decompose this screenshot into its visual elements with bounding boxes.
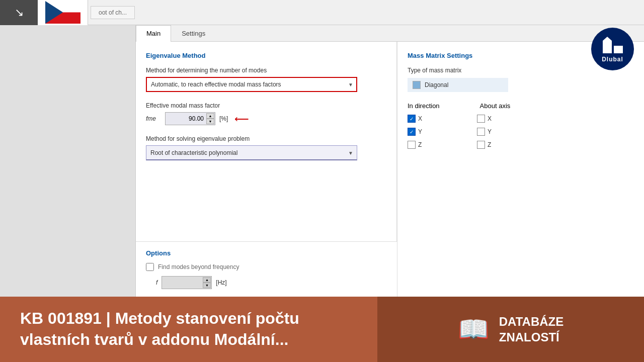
method-dropdown[interactable]: Automatic, to reach effective modal mass… (146, 77, 357, 92)
axis-row-z: Z Z (408, 141, 634, 149)
fme-label: fme (146, 115, 161, 122)
svg-rect-4 (614, 46, 623, 53)
in-direction-y: ✓ Y (408, 128, 473, 136)
axis-row-y: ✓ Y Y (408, 128, 634, 136)
modal-mass-label: Effective modal mass factor (146, 102, 386, 109)
flag-container (38, 0, 88, 25)
f-row: f ▲ ▼ [Hz] (156, 276, 387, 289)
about-axis-z: Z (477, 141, 527, 149)
in-direction-x: ✓ X (408, 115, 473, 123)
main-content: Main Settings Eigenvalue Method Method f… (0, 25, 644, 297)
about-axis-y-label: Y (488, 128, 495, 135)
hz-unit: [Hz] (216, 279, 226, 286)
find-modes-label: Find modes beyond frequency (158, 263, 239, 270)
top-bar: ↘ oot of ch... (0, 0, 644, 25)
direction-header: In direction About axis (408, 102, 634, 110)
about-axis-y: Y (477, 128, 527, 136)
czech-flag (45, 1, 80, 24)
solving-dropdown[interactable]: Root of characteristic polynomial (146, 145, 357, 160)
left-section: Eigenvalue Method Method for determining… (136, 42, 397, 297)
mass-color-box (413, 81, 421, 89)
partial-tab[interactable]: oot of ch... (91, 6, 135, 19)
find-modes-row: Find modes beyond frequency (146, 263, 387, 271)
eigenvalue-title: Eigenvalue Method (146, 52, 386, 59)
f-increment[interactable]: ▲ (203, 277, 211, 283)
in-direction-z: Z (408, 141, 473, 149)
panel-body: Eigenvalue Method Method for determining… (136, 42, 644, 297)
svg-rect-3 (603, 41, 612, 53)
tab-settings[interactable]: Settings (171, 25, 216, 41)
tabs-bar: Main Settings (136, 25, 644, 42)
in-direction-z-checkbox[interactable] (408, 141, 416, 149)
method-label: Method for determining the number of mod… (146, 67, 386, 74)
about-axis-z-checkbox[interactable] (477, 141, 485, 149)
arrow-icon: ↘ (15, 6, 24, 19)
about-axis-x: X (477, 115, 527, 123)
in-direction-y-checkbox[interactable]: ✓ (408, 128, 416, 136)
databaze-text: DATABÁZEZNALOSTÍ (499, 314, 564, 345)
fme-spinner: ▲ ▼ (206, 113, 214, 124)
f-spinner: ▲ ▼ (203, 277, 211, 288)
banner-left: KB 001891 | Metody stanovení počtuvlastn… (0, 297, 377, 362)
fme-decrement[interactable]: ▼ (206, 119, 214, 124)
in-direction-x-checkbox[interactable]: ✓ (408, 115, 416, 123)
fme-row: fme ▲ ▼ [%] ⟵ (146, 112, 386, 125)
fme-unit: [%] (219, 115, 228, 122)
axis-row-x: ✓ X X (408, 115, 634, 123)
about-axis-x-checkbox[interactable] (477, 115, 485, 123)
bottom-banner: KB 001891 | Metody stanovení počtuvlastn… (0, 297, 644, 362)
options-title: Options (146, 249, 387, 257)
arrow-button[interactable]: ↘ (0, 0, 38, 25)
about-axis-z-label: Z (488, 141, 495, 148)
book-icon: 📖 (458, 315, 489, 344)
main-panel: Main Settings Eigenvalue Method Method f… (136, 25, 644, 297)
banner-right[interactable]: 📖 DATABÁZEZNALOSTÍ (377, 297, 644, 362)
options-section: Options Find modes beyond frequency f ▲ … (136, 241, 397, 297)
dlubal-icon (600, 36, 625, 56)
mass-type-text: Diagonal (425, 81, 448, 88)
mass-type-row: Diagonal (408, 78, 508, 92)
dlubal-logo: Dlubal (591, 28, 634, 70)
eigenvalue-section: Eigenvalue Method Method for determining… (136, 42, 397, 241)
in-direction-z-label: Z (418, 141, 426, 148)
svg-marker-5 (603, 37, 612, 41)
solving-label: Method for solving eigenvalue problem (146, 135, 386, 142)
in-direction-x-label: X (418, 115, 426, 122)
find-modes-checkbox[interactable] (146, 263, 154, 271)
about-axis-header: About axis (480, 102, 511, 110)
mass-type-label: Type of mass matrix (408, 67, 634, 74)
tab-main[interactable]: Main (136, 25, 171, 42)
mass-matrix-section: Mass Matrix Settings Type of mass matrix… (397, 42, 644, 297)
f-label: f (156, 279, 157, 286)
left-sidebar (0, 25, 136, 297)
about-axis-x-label: X (488, 115, 495, 122)
banner-main-text: KB 001891 | Metody stanovení počtuvlastn… (20, 308, 299, 350)
in-direction-y-label: Y (418, 128, 426, 135)
in-direction-header: In direction (408, 102, 440, 110)
f-decrement[interactable]: ▼ (203, 283, 211, 288)
red-arrow-icon: ⟵ (234, 113, 249, 125)
about-axis-y-checkbox[interactable] (477, 128, 485, 136)
fme-increment[interactable]: ▲ (206, 113, 214, 119)
fme-input-container: ▲ ▼ (165, 112, 215, 125)
dlubal-text: Dlubal (602, 56, 623, 63)
